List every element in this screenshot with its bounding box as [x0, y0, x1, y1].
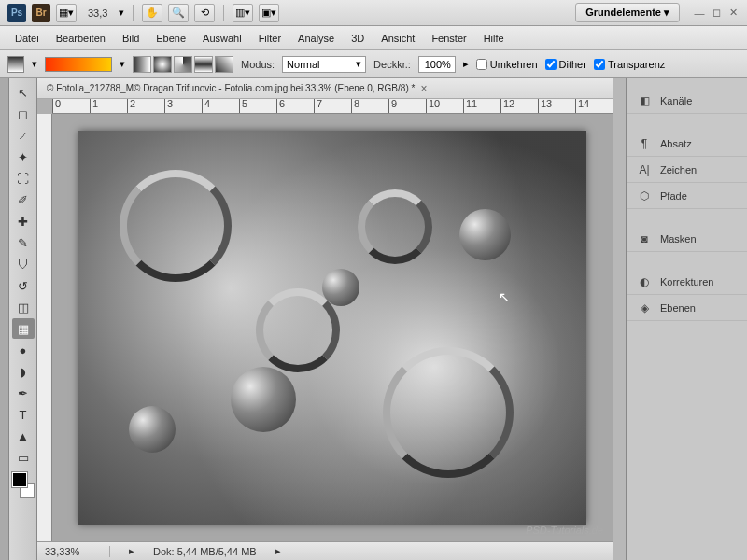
hand-tool-icon[interactable]: ✋ [142, 4, 162, 22]
color-swatches[interactable] [12, 472, 35, 498]
linear-gradient-button[interactable] [133, 56, 151, 73]
opacity-label: Deckkr.: [374, 59, 411, 70]
screen-mode-button[interactable]: ▣▾ [259, 4, 279, 22]
status-bar: 33,33% ▸ Dok: 5,44 MB/5,44 MB ▸ [37, 541, 613, 560]
radial-gradient-button[interactable] [153, 56, 172, 73]
ebenen-icon: ◈ [636, 301, 653, 315]
dodge-tool-icon[interactable]: ◗ [12, 361, 35, 382]
toolbox: ↖ ◻ ⟋ ✦ ⛶ ✐ ✚ ✎ ⛉ ↺ ◫ ▦ ● ◗ ✒ T ▲ ▭ [9, 78, 37, 560]
document-tab[interactable]: © Fotolia_212788_M© Dragan Trifunovic - … [37, 78, 613, 99]
view-extras-button[interactable]: ▦▾ [56, 4, 77, 22]
zeichen-icon: A| [636, 163, 653, 176]
photoshop-logo-icon[interactable]: Ps [7, 4, 26, 22]
menu-ansicht[interactable]: Ansicht [374, 29, 422, 48]
menu-hilfe[interactable]: Hilfe [476, 29, 512, 48]
panel-masken[interactable]: ◙Masken [627, 226, 747, 252]
status-doc-size: Dok: 5,44 MB/5,44 MB [153, 546, 257, 557]
opacity-input[interactable]: 100% [418, 56, 456, 73]
menu-fenster[interactable]: Fenster [424, 29, 473, 48]
tab-close-icon[interactable]: × [420, 82, 427, 95]
rotate-view-icon[interactable]: ⟲ [194, 4, 215, 22]
panel-zeichen[interactable]: A|Zeichen [627, 157, 747, 183]
menu-filter[interactable]: Filter [251, 29, 289, 48]
reflected-gradient-button[interactable] [194, 56, 213, 73]
marquee-tool-icon[interactable]: ◻ [12, 104, 35, 124]
crop-tool-icon[interactable]: ⛶ [12, 168, 35, 189]
vertical-ruler [37, 114, 52, 541]
menu-datei[interactable]: Datei [7, 29, 47, 48]
menu-analyse[interactable]: Analyse [290, 29, 342, 48]
lasso-tool-icon[interactable]: ⟋ [12, 125, 35, 146]
healing-tool-icon[interactable]: ✚ [12, 211, 35, 231]
panels-grip[interactable] [613, 78, 626, 560]
panel-ebenen[interactable]: ◈Ebenen [627, 295, 747, 321]
korrekturen-icon: ◐ [636, 275, 653, 288]
maximize-icon[interactable]: ◻ [710, 7, 723, 20]
panel-label: Pfade [660, 190, 687, 202]
panel-absatz[interactable]: ¶Absatz [627, 131, 747, 157]
mode-label: Modus: [241, 59, 275, 70]
toolbox-grip[interactable] [0, 78, 9, 560]
stamp-tool-icon[interactable]: ⛉ [12, 254, 35, 274]
blend-mode-select[interactable]: Normal▾ [282, 56, 366, 73]
minimize-icon[interactable]: — [693, 7, 706, 20]
panel-label: Korrekturen [660, 276, 713, 287]
blur-tool-icon[interactable]: ● [12, 340, 35, 360]
pen-tool-icon[interactable]: ✒ [12, 383, 35, 403]
menu-auswahl[interactable]: Auswahl [195, 29, 249, 48]
history-brush-tool-icon[interactable]: ↺ [12, 275, 35, 296]
horizontal-ruler: 01234567891011121314 [52, 99, 613, 114]
panel-label: Kanäle [660, 95, 692, 106]
menu-ebene[interactable]: Ebene [148, 29, 193, 48]
cursor-icon: ↖ [499, 289, 510, 304]
workspace-selector[interactable]: Grundelemente ▾ [575, 3, 680, 22]
path-select-tool-icon[interactable]: ▲ [12, 426, 35, 446]
menu-bar: DateiBearbeitenBildEbeneAuswahlFilterAna… [0, 26, 747, 50]
dither-checkbox[interactable]: Dither [545, 59, 586, 70]
zoom-tool-icon[interactable]: 🔍 [168, 4, 189, 22]
menu-3d[interactable]: 3D [344, 29, 372, 48]
type-tool-icon[interactable]: T [12, 404, 35, 425]
masken-icon: ◙ [636, 232, 653, 245]
brush-tool-icon[interactable]: ✎ [12, 232, 35, 253]
panel-korrekturen[interactable]: ◐Korrekturen [627, 269, 747, 295]
panel-label: Masken [660, 233, 697, 245]
options-bar: ▾ ▾ Modus: Normal▾ Deckkr.: 100%▸ Umkehr… [0, 50, 747, 78]
move-tool-icon[interactable]: ↖ [12, 82, 35, 103]
bridge-logo-icon[interactable]: Br [32, 4, 50, 22]
canvas-area[interactable]: ↖ PSD-Tutorials.de [52, 114, 613, 541]
panel-pfade[interactable]: ⬡Pfade [627, 183, 747, 209]
gradient-tool-icon[interactable]: ▦ [12, 318, 35, 339]
panel-label: Zeichen [660, 164, 697, 175]
pfade-icon: ⬡ [636, 189, 653, 203]
eraser-tool-icon[interactable]: ◫ [12, 297, 35, 317]
close-icon[interactable]: ✕ [726, 7, 740, 20]
app-header: Ps Br ▦▾ 33,3▾ ✋ 🔍 ⟲ ▥▾ ▣▾ Grundelemente… [0, 0, 747, 26]
document-tab-label: © Fotolia_212788_M© Dragan Trifunovic - … [47, 83, 415, 93]
foreground-color-swatch[interactable] [12, 472, 27, 487]
canvas-image: ↖ [78, 131, 586, 525]
transparency-checkbox[interactable]: Transparenz [594, 59, 665, 70]
diamond-gradient-button[interactable] [215, 56, 233, 73]
watermark: PSD-Tutorials.de [526, 525, 603, 536]
menu-bild[interactable]: Bild [115, 29, 147, 48]
tool-preset-icon[interactable] [7, 56, 24, 73]
menu-bearbeiten[interactable]: Bearbeiten [49, 29, 113, 48]
absatz-icon: ¶ [636, 137, 653, 150]
arrange-documents-button[interactable]: ▥▾ [233, 4, 253, 22]
panels-dock: ◧Kanäle¶AbsatzA|Zeichen⬡Pfade◙Masken◐Kor… [626, 78, 747, 560]
eyedropper-tool-icon[interactable]: ✐ [12, 189, 35, 210]
zoom-level-label[interactable]: 33,3 [82, 6, 113, 21]
shape-tool-icon[interactable]: ▭ [12, 447, 35, 468]
gradient-preview[interactable] [45, 57, 112, 72]
panel-label: Absatz [660, 138, 692, 149]
panel-kanäle[interactable]: ◧Kanäle [627, 88, 747, 114]
reverse-checkbox[interactable]: Umkehren [476, 59, 538, 70]
status-zoom[interactable]: 33,33% [45, 546, 110, 557]
gradient-type-group [133, 56, 233, 73]
panel-label: Ebenen [660, 302, 696, 314]
magic-wand-tool-icon[interactable]: ✦ [12, 147, 35, 167]
angle-gradient-button[interactable] [174, 56, 192, 73]
kanäle-icon: ◧ [636, 94, 653, 107]
